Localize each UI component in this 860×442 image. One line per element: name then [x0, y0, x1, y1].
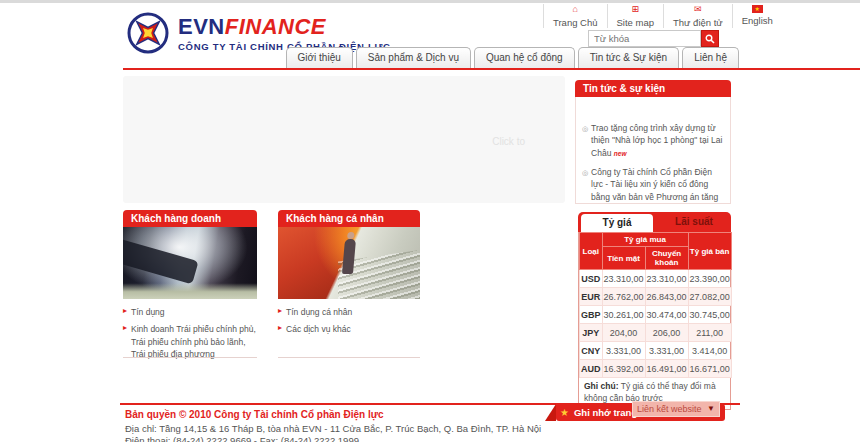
table-row-aud: AUD 16.392,00 16.491,00 16.671,00 [580, 360, 732, 378]
brand-finance: FINANCE [225, 14, 326, 39]
banner-faint-text: Click to [492, 136, 525, 147]
news-item[interactable]: ◎ Trao tặng công trình xây dựng từ thiện… [582, 122, 725, 159]
news-list: ◎ Trao tặng công trình xây dựng từ thiện… [575, 97, 731, 204]
top-strip [0, 0, 860, 3]
arrow-bullet-icon: ▸ [123, 323, 127, 360]
search-button[interactable] [701, 30, 719, 47]
personal-money-stairs-image[interactable] [278, 227, 420, 299]
link-tin-dung[interactable]: ▸ Tín dụng [123, 306, 257, 318]
news-item[interactable]: ◎ Công ty Tài chính Cổ phần Điện lực - T… [582, 166, 725, 204]
col-header-cash: Tiền mặt [602, 247, 645, 270]
star-icon: ★ [560, 407, 569, 418]
link-kinh-doanh-trai-phieu[interactable]: ▸ Kinh doanh Trái phiếu chính phủ, Trái … [123, 323, 257, 360]
corporate-handshake-image[interactable] [123, 227, 257, 299]
search-box [588, 30, 719, 47]
table-row-cny: CNY 3.331,00 3.331,00 3.414,00 [580, 342, 732, 360]
table-row-usd: USD 23.310,00 23.310,00 23.390,00 [580, 270, 732, 288]
rate-tabs: Tỷ giá Lãi suất [578, 212, 731, 232]
footer-address: Địa chỉ: Tầng 14,15 & 16 Tháp B, tòa nhà… [125, 423, 541, 434]
tab-lai-suat[interactable]: Lãi suất [657, 212, 731, 232]
table-row-gbp: GBP 30.261,00 30.474,00 30.745,00 [580, 306, 732, 324]
exchange-rate-table: Loại Tỷ giá mua Tỷ giá bán Tiền mặt Chuy… [579, 232, 732, 378]
magnifier-icon [705, 34, 715, 44]
exchange-rate-panel: Tỷ giá Lãi suất Loại Tỷ giá mua Tỷ giá b… [578, 212, 731, 410]
vn-flag-icon: ★ [752, 5, 763, 13]
mail-icon: ✉ [694, 4, 702, 15]
col-header-sell: Tỷ giá bán [688, 233, 731, 270]
top-link-home[interactable]: ⌂ Trang Chủ [543, 4, 607, 28]
personal-box-title: Khách hàng cá nhân [278, 210, 420, 227]
main-banner[interactable]: Click to [123, 76, 565, 203]
arrow-bullet-icon: ▸ [123, 306, 127, 318]
search-input[interactable] [588, 30, 701, 47]
chevron-down-icon: ▼ [707, 402, 715, 416]
brand-evn: EVN [178, 14, 225, 39]
sitemap-icon: ⊞ [632, 4, 640, 15]
arrow-bullet-icon: ▸ [278, 306, 282, 318]
top-link-sitemap[interactable]: ⊞ Site map [607, 4, 664, 28]
bullet-icon: ◎ [582, 124, 588, 159]
tab-quan-he-co-dong[interactable]: Quan hệ cổ đông [474, 47, 575, 68]
brand-name: EVNFINANCE [178, 16, 391, 38]
col-header-transfer: Chuyển khoản [645, 247, 688, 270]
top-link-english[interactable]: ★ English [732, 4, 782, 28]
bookmark-bar: ★ Ghi nhớ trang Liên kết website ▼ [556, 404, 725, 421]
tab-tin-tuc-su-kien[interactable]: Tin tức & Sự kiện [578, 47, 680, 68]
personal-customers-box: Khách hàng cá nhân ▸ Tín dụng cá nhân ▸ … [278, 210, 420, 358]
bullet-icon: ◎ [582, 168, 588, 204]
link-tin-dung-ca-nhan[interactable]: ▸ Tín dụng cá nhân [278, 306, 420, 318]
evn-star-icon [126, 11, 170, 55]
tab-gioi-thieu[interactable]: Giới thiệu [286, 47, 353, 68]
top-utility-links: ⌂ Trang Chủ ⊞ Site map ✉ Thư điện tử ★ E… [543, 4, 782, 28]
footer-copyright: Bản quyền © 2010 Công ty Tài chính Cổ ph… [125, 409, 384, 420]
tab-ty-gia[interactable]: Tỷ giá [581, 214, 653, 232]
box-divider [123, 357, 257, 358]
new-badge: new [614, 150, 627, 157]
corporate-customers-box: Khách hàng doanh nghiệp ▸ Tín dụng ▸ Kin… [123, 210, 257, 358]
table-row-eur: EUR 26.762,00 26.843,00 27.082,00 [580, 288, 732, 306]
home-icon: ⌂ [573, 4, 578, 15]
header-divider [123, 68, 860, 70]
evnfinance-homepage: EVNFINANCE CÔNG TY TÀI CHÍNH CỔ PHẦN ĐIỆ… [0, 0, 860, 442]
tab-lien-he[interactable]: Liên hệ [682, 47, 739, 68]
tab-san-pham-dich-vu[interactable]: Sản phẩm & Dịch vụ [356, 47, 471, 68]
news-panel: Tin tức & sự kiện ◎ Trao tặng công trình… [575, 80, 731, 204]
col-header-buy: Tỷ giá mua [602, 233, 688, 247]
footer-phone: Điện thoại: (84-24) 2222 9669 - Fax: (84… [125, 435, 359, 442]
corporate-box-title: Khách hàng doanh nghiệp [123, 210, 257, 227]
top-link-email[interactable]: ✉ Thư điện tử [663, 4, 732, 28]
table-row-jpy: JPY 204,00 206,00 211,00 [580, 324, 732, 342]
website-links-dropdown[interactable]: Liên kết website ▼ [632, 401, 720, 417]
arrow-bullet-icon: ▸ [278, 323, 282, 335]
news-panel-title: Tin tức & sự kiện [575, 80, 731, 97]
link-cac-dich-vu-khac[interactable]: ▸ Các dịch vụ khác [278, 323, 420, 335]
col-header-type: Loại [580, 233, 603, 270]
bookmark-page-button[interactable]: Ghi nhớ trang [574, 407, 637, 418]
main-navigation: Giới thiệu Sản phẩm & Dịch vụ Quan hệ cổ… [283, 47, 739, 68]
box-divider [278, 357, 420, 358]
